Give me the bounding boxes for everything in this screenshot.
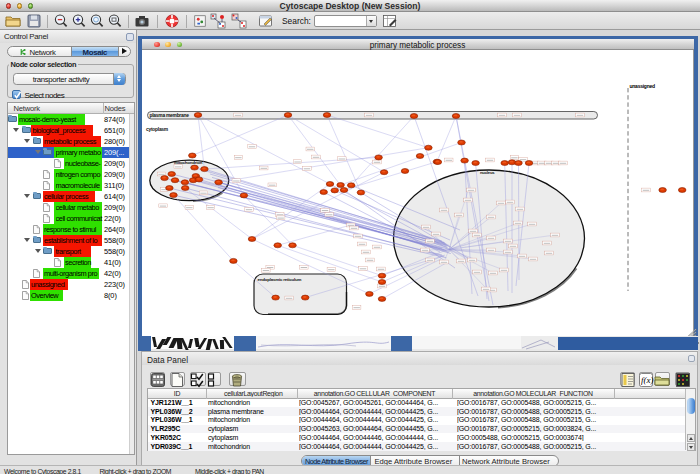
svg-text:f(x): f(x) xyxy=(641,375,654,385)
svg-text:unassigned: unassigned xyxy=(630,83,655,89)
svg-text:nucleus: nucleus xyxy=(480,170,495,175)
svg-text:cytoplasm: cytoplasm xyxy=(146,127,169,132)
svg-text:mitochondrion: mitochondrion xyxy=(174,160,203,165)
svg-text:endoplasmic reticulum: endoplasmic reticulum xyxy=(258,277,302,282)
svg-text:plasma membrane: plasma membrane xyxy=(150,113,190,118)
